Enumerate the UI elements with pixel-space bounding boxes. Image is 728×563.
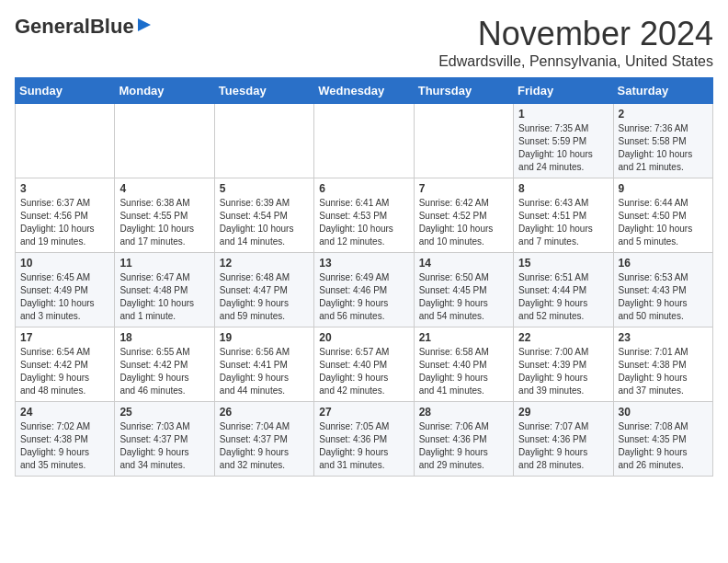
day-cell: 4Sunrise: 6:38 AM Sunset: 4:55 PM Daylig… — [115, 178, 214, 253]
calendar-header-row: SundayMondayTuesdayWednesdayThursdayFrid… — [16, 78, 713, 104]
week-row-1: 3Sunrise: 6:37 AM Sunset: 4:56 PM Daylig… — [16, 178, 713, 253]
day-number: 4 — [119, 182, 209, 195]
day-cell: 23Sunrise: 7:01 AM Sunset: 4:38 PM Dayli… — [613, 327, 712, 402]
day-cell: 2Sunrise: 7:36 AM Sunset: 5:58 PM Daylig… — [613, 104, 712, 178]
day-cell: 13Sunrise: 6:49 AM Sunset: 4:46 PM Dayli… — [314, 253, 414, 327]
day-info: Sunrise: 6:37 AM Sunset: 4:56 PM Dayligh… — [20, 197, 109, 248]
day-number: 3 — [20, 182, 109, 195]
day-info: Sunrise: 7:08 AM Sunset: 4:35 PM Dayligh… — [619, 420, 708, 472]
header-thursday: Thursday — [414, 78, 513, 104]
day-info: Sunrise: 6:39 AM Sunset: 4:54 PM Dayligh… — [220, 197, 309, 248]
day-number: 5 — [220, 182, 309, 195]
day-number: 25 — [119, 406, 209, 419]
week-row-3: 17Sunrise: 6:54 AM Sunset: 4:42 PM Dayli… — [16, 327, 713, 402]
day-number: 7 — [419, 182, 508, 195]
day-number: 2 — [619, 108, 708, 121]
day-cell: 7Sunrise: 6:42 AM Sunset: 4:52 PM Daylig… — [414, 178, 513, 253]
day-info: Sunrise: 7:03 AM Sunset: 4:37 PM Dayligh… — [119, 420, 209, 472]
day-info: Sunrise: 7:07 AM Sunset: 4:36 PM Dayligh… — [518, 420, 608, 472]
day-number: 1 — [518, 108, 608, 121]
day-number: 24 — [20, 406, 109, 419]
logo-text: GeneralBlue — [15, 15, 134, 39]
page-header: GeneralBlue November 2024 Edwardsville, … — [15, 15, 713, 70]
day-cell: 15Sunrise: 6:51 AM Sunset: 4:44 PM Dayli… — [514, 253, 613, 327]
week-row-0: 1Sunrise: 7:35 AM Sunset: 5:59 PM Daylig… — [16, 104, 713, 178]
day-cell — [314, 104, 414, 178]
month-title: November 2024 — [438, 15, 713, 53]
day-info: Sunrise: 6:47 AM Sunset: 4:48 PM Dayligh… — [119, 271, 209, 323]
calendar-table: SundayMondayTuesdayWednesdayThursdayFrid… — [15, 77, 713, 477]
day-info: Sunrise: 7:00 AM Sunset: 4:39 PM Dayligh… — [518, 346, 608, 397]
day-info: Sunrise: 7:05 AM Sunset: 4:36 PM Dayligh… — [319, 420, 408, 472]
logo: GeneralBlue — [15, 15, 153, 39]
day-cell: 28Sunrise: 7:06 AM Sunset: 4:36 PM Dayli… — [414, 402, 513, 477]
day-number: 20 — [319, 331, 408, 344]
day-cell: 3Sunrise: 6:37 AM Sunset: 4:56 PM Daylig… — [16, 178, 115, 253]
day-info: Sunrise: 6:41 AM Sunset: 4:53 PM Dayligh… — [319, 197, 408, 248]
header-tuesday: Tuesday — [214, 78, 313, 104]
day-info: Sunrise: 6:50 AM Sunset: 4:45 PM Dayligh… — [419, 271, 508, 323]
day-info: Sunrise: 6:45 AM Sunset: 4:49 PM Dayligh… — [20, 271, 109, 323]
day-cell — [414, 104, 513, 178]
day-info: Sunrise: 6:57 AM Sunset: 4:40 PM Dayligh… — [319, 346, 408, 397]
day-info: Sunrise: 6:55 AM Sunset: 4:42 PM Dayligh… — [119, 346, 209, 397]
day-info: Sunrise: 6:54 AM Sunset: 4:42 PM Dayligh… — [20, 346, 109, 397]
day-number: 15 — [518, 257, 608, 270]
day-number: 8 — [518, 182, 608, 195]
day-number: 10 — [20, 257, 109, 270]
header-sunday: Sunday — [16, 78, 115, 104]
day-number: 22 — [518, 331, 608, 344]
day-cell: 19Sunrise: 6:56 AM Sunset: 4:41 PM Dayli… — [214, 327, 313, 402]
day-number: 13 — [319, 257, 408, 270]
day-cell: 12Sunrise: 6:48 AM Sunset: 4:47 PM Dayli… — [214, 253, 313, 327]
day-cell: 24Sunrise: 7:02 AM Sunset: 4:38 PM Dayli… — [16, 402, 115, 477]
day-cell — [214, 104, 313, 178]
header-wednesday: Wednesday — [314, 78, 414, 104]
day-cell: 6Sunrise: 6:41 AM Sunset: 4:53 PM Daylig… — [314, 178, 414, 253]
day-number: 21 — [419, 331, 508, 344]
day-cell: 5Sunrise: 6:39 AM Sunset: 4:54 PM Daylig… — [214, 178, 313, 253]
day-info: Sunrise: 6:51 AM Sunset: 4:44 PM Dayligh… — [518, 271, 608, 323]
day-info: Sunrise: 6:49 AM Sunset: 4:46 PM Dayligh… — [319, 271, 408, 323]
day-cell: 10Sunrise: 6:45 AM Sunset: 4:49 PM Dayli… — [16, 253, 115, 327]
day-info: Sunrise: 6:58 AM Sunset: 4:40 PM Dayligh… — [419, 346, 508, 397]
svg-marker-0 — [138, 18, 151, 31]
day-info: Sunrise: 7:35 AM Sunset: 5:59 PM Dayligh… — [518, 122, 608, 174]
day-info: Sunrise: 7:02 AM Sunset: 4:38 PM Dayligh… — [20, 420, 109, 472]
day-info: Sunrise: 7:01 AM Sunset: 4:38 PM Dayligh… — [619, 346, 708, 397]
day-cell: 8Sunrise: 6:43 AM Sunset: 4:51 PM Daylig… — [514, 178, 613, 253]
day-number: 9 — [619, 182, 708, 195]
day-number: 14 — [419, 257, 508, 270]
day-number: 11 — [119, 257, 209, 270]
day-cell: 9Sunrise: 6:44 AM Sunset: 4:50 PM Daylig… — [613, 178, 712, 253]
day-number: 29 — [518, 406, 608, 419]
day-cell: 30Sunrise: 7:08 AM Sunset: 4:35 PM Dayli… — [613, 402, 712, 477]
day-cell: 26Sunrise: 7:04 AM Sunset: 4:37 PM Dayli… — [214, 402, 313, 477]
day-cell — [16, 104, 115, 178]
day-cell: 25Sunrise: 7:03 AM Sunset: 4:37 PM Dayli… — [115, 402, 214, 477]
day-number: 16 — [619, 257, 708, 270]
day-number: 17 — [20, 331, 109, 344]
day-cell: 17Sunrise: 6:54 AM Sunset: 4:42 PM Dayli… — [16, 327, 115, 402]
day-cell: 16Sunrise: 6:53 AM Sunset: 4:43 PM Dayli… — [613, 253, 712, 327]
day-info: Sunrise: 6:48 AM Sunset: 4:47 PM Dayligh… — [220, 271, 309, 323]
day-number: 18 — [119, 331, 209, 344]
day-info: Sunrise: 6:44 AM Sunset: 4:50 PM Dayligh… — [619, 197, 708, 248]
day-cell: 29Sunrise: 7:07 AM Sunset: 4:36 PM Dayli… — [514, 402, 613, 477]
day-number: 12 — [220, 257, 309, 270]
week-row-4: 24Sunrise: 7:02 AM Sunset: 4:38 PM Dayli… — [16, 402, 713, 477]
day-cell: 27Sunrise: 7:05 AM Sunset: 4:36 PM Dayli… — [314, 402, 414, 477]
day-info: Sunrise: 6:38 AM Sunset: 4:55 PM Dayligh… — [119, 197, 209, 248]
title-block: November 2024 Edwardsville, Pennsylvania… — [438, 15, 713, 70]
day-info: Sunrise: 7:06 AM Sunset: 4:36 PM Dayligh… — [419, 420, 508, 472]
day-cell: 1Sunrise: 7:35 AM Sunset: 5:59 PM Daylig… — [514, 104, 613, 178]
header-friday: Friday — [514, 78, 613, 104]
day-number: 30 — [619, 406, 708, 419]
day-info: Sunrise: 6:43 AM Sunset: 4:51 PM Dayligh… — [518, 197, 608, 248]
week-row-2: 10Sunrise: 6:45 AM Sunset: 4:49 PM Dayli… — [16, 253, 713, 327]
day-cell: 22Sunrise: 7:00 AM Sunset: 4:39 PM Dayli… — [514, 327, 613, 402]
day-number: 26 — [220, 406, 309, 419]
day-number: 28 — [419, 406, 508, 419]
day-number: 23 — [619, 331, 708, 344]
location: Edwardsville, Pennsylvania, United State… — [438, 53, 713, 70]
